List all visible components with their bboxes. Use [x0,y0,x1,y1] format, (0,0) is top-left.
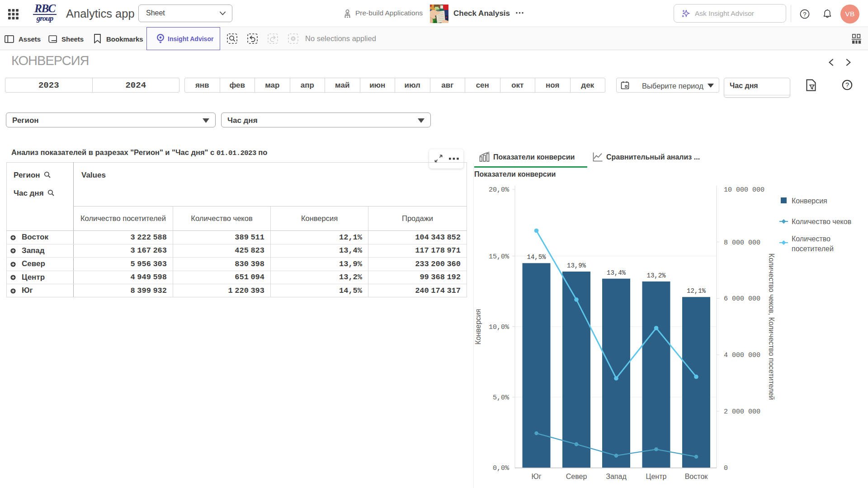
svg-text:Количество чеков: Количество чеков [792,218,851,225]
svg-text:Количество чеков, Количество п: Количество чеков, Количество посетителей [768,253,775,400]
svg-text:10 000 000: 10 000 000 [724,186,764,194]
svg-text:посетителей: посетителей [792,245,834,253]
svg-text:?: ? [803,11,807,18]
svg-text:Север: Север [566,473,587,480]
svg-text:?: ? [845,81,849,89]
svg-text:13,4%: 13,4% [607,269,626,277]
svg-text:20,0%: 20,0% [489,186,509,194]
svg-text:10,0%: 10,0% [489,324,509,331]
svg-text:8 000 000: 8 000 000 [724,239,760,247]
svg-text:5,0%: 5,0% [493,394,509,402]
svg-text:Центр: Центр [646,473,667,480]
svg-text:Конверсия: Конверсия [474,309,482,345]
svg-text:Конверсия: Конверсия [792,197,827,205]
svg-text:13,9%: 13,9% [567,262,586,269]
svg-text:Количество: Количество [792,235,830,243]
svg-text:4 000 000: 4 000 000 [724,352,760,359]
svg-text:12,1%: 12,1% [687,287,706,295]
svg-text:6 000 000: 6 000 000 [724,295,760,303]
svg-text:15,0%: 15,0% [489,253,509,261]
svg-text:0,0%: 0,0% [493,465,509,472]
svg-text:2 000 000: 2 000 000 [724,408,760,416]
svg-text:0: 0 [724,465,728,472]
svg-text:Запад: Запад [606,473,627,480]
svg-text:14,5%: 14,5% [527,253,546,261]
svg-text:Юг: Юг [532,473,542,480]
svg-text:13,2%: 13,2% [646,272,666,279]
svg-text:Восток: Восток [685,473,708,480]
